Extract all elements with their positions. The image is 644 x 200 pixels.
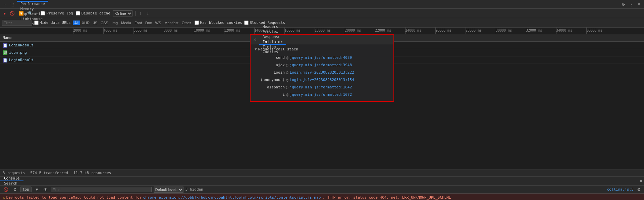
ruler-mark: 24000 ms bbox=[405, 29, 421, 32]
has-blocked-cookies-checkbox[interactable] bbox=[195, 21, 199, 25]
ruler-line bbox=[586, 28, 587, 34]
call-function: dispatch bbox=[255, 85, 285, 89]
resources-size: 11.7 kB resources bbox=[73, 171, 111, 175]
name-column-header: Name bbox=[3, 36, 12, 40]
ruler-line bbox=[224, 28, 224, 34]
tab-performance[interactable]: Performance bbox=[17, 2, 48, 7]
console-settings-icon[interactable]: ⚙ bbox=[636, 187, 642, 193]
call-function: send bbox=[255, 55, 285, 60]
console-eye-icon[interactable]: 👁 bbox=[42, 187, 49, 193]
filter-type-all[interactable]: All bbox=[73, 21, 80, 25]
filter-types: AllXHRJSCSSImgMediaFontDocWSManifestOthe… bbox=[73, 21, 193, 25]
ruler-mark: 6000 ms bbox=[133, 29, 148, 32]
ruler-mark: 18000 ms bbox=[315, 29, 331, 32]
filter-type-manifest[interactable]: Manifest bbox=[163, 21, 180, 25]
ruler-line bbox=[133, 28, 134, 34]
call-source-link[interactable]: Login.js?v=20230828203013:154 bbox=[290, 78, 354, 82]
filter-type-doc[interactable]: Doc bbox=[144, 21, 154, 25]
call-function: Login bbox=[255, 70, 285, 75]
more-options-icon[interactable]: ⋮ bbox=[628, 1, 635, 7]
call-source-link[interactable]: jquery.min.js:formatted:1672 bbox=[290, 92, 352, 97]
initiator-tab-initiator[interactable]: Initiator bbox=[259, 40, 286, 45]
console-clear-icon[interactable]: 🚫 bbox=[2, 187, 10, 193]
call-stack-row: send@jquery.min.js:formatted:4089 bbox=[255, 54, 389, 61]
bottom-tab-console[interactable]: Console bbox=[0, 176, 23, 181]
filter-type-js[interactable]: JS bbox=[91, 21, 99, 25]
blocked-requests-checkbox[interactable] bbox=[244, 21, 249, 25]
hide-data-urls-label[interactable]: Hide data URLs bbox=[34, 21, 71, 25]
close-devtools-icon[interactable]: ✕ bbox=[636, 1, 642, 7]
filter-input[interactable] bbox=[2, 20, 32, 26]
transferred-size: 574 B transferred bbox=[30, 171, 68, 175]
import-har-icon[interactable]: ↑ bbox=[138, 10, 143, 16]
initiator-tab-preview[interactable]: Preview bbox=[259, 30, 286, 35]
main-content: Name 📄LoginResult🖼icon.png📄LoginResult ✕… bbox=[0, 34, 644, 169]
ruler-mark: 28000 ms bbox=[466, 29, 482, 32]
top-context-dropdown[interactable]: ▼ bbox=[34, 187, 40, 193]
hide-data-urls-checkbox[interactable] bbox=[34, 21, 39, 25]
call-stack-row: dispatch@jquery.min.js:formatted:1842 bbox=[255, 84, 389, 90]
ruler-mark: 4000 ms bbox=[103, 29, 117, 32]
ruler-line bbox=[466, 28, 466, 34]
throttle-select[interactable]: Online bbox=[113, 10, 132, 16]
filter-type-css[interactable]: CSS bbox=[99, 21, 110, 25]
call-source-link[interactable]: jquery.min.js:formatted:4089 bbox=[290, 55, 352, 60]
call-function: ajax bbox=[255, 63, 285, 67]
log-level-select[interactable]: Default levels bbox=[154, 187, 183, 193]
devtools-menu-icon[interactable]: ⋮ bbox=[2, 1, 8, 7]
initiator-tab-headers[interactable]: Headers bbox=[259, 25, 286, 30]
call-source-link[interactable]: jquery.min.js:formatted:3948 bbox=[290, 63, 352, 67]
disable-cache-label[interactable]: Disable cache bbox=[76, 11, 110, 15]
ruler-mark: 20000 ms bbox=[345, 29, 361, 32]
preserve-log-checkbox[interactable] bbox=[41, 11, 45, 15]
ruler-line bbox=[375, 28, 375, 34]
has-blocked-cookies-label[interactable]: Has blocked cookies bbox=[195, 21, 242, 25]
filter-type-other[interactable]: Other bbox=[180, 21, 193, 25]
console-filter-input[interactable] bbox=[51, 187, 152, 192]
ruler-mark: 34000 ms bbox=[556, 29, 572, 32]
search-icon[interactable]: 🔍 bbox=[26, 10, 34, 16]
inspect-icon[interactable]: ⬚ bbox=[9, 1, 15, 7]
settings-icon[interactable]: ⚙ bbox=[620, 1, 627, 7]
filter-icon[interactable]: 🔽 bbox=[17, 10, 25, 16]
call-source-link[interactable]: Login.js?v=20230828203013:222 bbox=[290, 70, 354, 75]
ruler-mark: 8000 ms bbox=[164, 29, 178, 32]
record-icon[interactable]: ● bbox=[2, 10, 7, 16]
preserve-log-text: Preserve log bbox=[46, 11, 73, 15]
filter-type-ws[interactable]: WS bbox=[154, 21, 163, 25]
warning-icon: ⚠ bbox=[3, 195, 5, 200]
collina-link[interactable]: collina.js:5 bbox=[607, 187, 634, 192]
error-text-suffix: : HTTP error: status code 404, net::ERR_… bbox=[322, 195, 451, 200]
disable-cache-checkbox[interactable] bbox=[76, 11, 80, 15]
filter-type-img[interactable]: Img bbox=[110, 21, 119, 25]
console-filter-toggle-icon[interactable]: ⚙ bbox=[12, 187, 18, 193]
call-stack-label: Request call stack bbox=[258, 47, 298, 51]
filter-type-xhr[interactable]: XHR bbox=[80, 21, 91, 25]
bottom-panel: ConsoleSearch ✕ 🚫 ⚙ top ▼ 👁 Default leve… bbox=[0, 176, 644, 198]
call-source-link[interactable]: jquery.min.js:formatted:1842 bbox=[290, 85, 352, 89]
hidden-count: 3 hidden bbox=[185, 187, 203, 192]
initiator-panel: ✕ HeadersPreviewResponseInitiatorTimingC… bbox=[250, 34, 394, 102]
bottom-tab-search[interactable]: Search bbox=[0, 181, 23, 186]
close-bottom-panel-icon[interactable]: ✕ bbox=[638, 178, 644, 184]
call-stack-row: i@jquery.min.js:formatted:1672 bbox=[255, 91, 389, 98]
call-at-symbol: @ bbox=[286, 78, 288, 82]
call-stack-row: ajax@jquery.min.js:formatted:3948 bbox=[255, 62, 389, 68]
filter-type-font[interactable]: Font bbox=[133, 21, 144, 25]
ruler-mark: 30000 ms bbox=[496, 29, 512, 32]
export-har-icon[interactable]: ↓ bbox=[146, 10, 150, 16]
initiator-close-button[interactable]: ✕ bbox=[251, 35, 259, 44]
ruler-mark: 32000 ms bbox=[526, 29, 542, 32]
call-stack-title: ▼ Request call stack bbox=[255, 47, 389, 51]
call-at-symbol: @ bbox=[286, 55, 288, 60]
preserve-log-label[interactable]: Preserve log bbox=[41, 11, 73, 15]
toolbar-icons: ● 🚫 🔽 🔍 bbox=[2, 9, 37, 18]
clear-icon[interactable]: 🚫 bbox=[8, 10, 16, 16]
call-function: i bbox=[255, 92, 285, 97]
filter-type-media[interactable]: Media bbox=[119, 21, 133, 25]
error-link[interactable]: chrome-extension://dobbfkjhgbkmmcooahlnl… bbox=[143, 195, 321, 200]
ruler-line bbox=[556, 28, 556, 34]
initiator-tab-response[interactable]: Response bbox=[259, 35, 286, 40]
hide-data-urls-text: Hide data URLs bbox=[40, 21, 71, 25]
ruler-line bbox=[526, 28, 526, 34]
